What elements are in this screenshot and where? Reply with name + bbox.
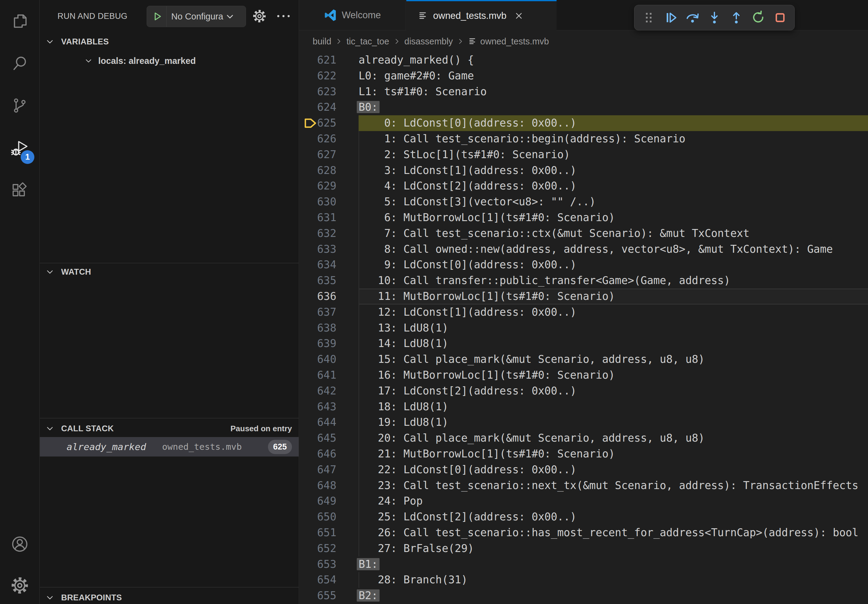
line-number[interactable]: 627 xyxy=(299,147,336,163)
line-number[interactable]: 645 xyxy=(299,431,336,446)
line-number[interactable]: 640 xyxy=(299,352,336,367)
line-number[interactable]: 646 xyxy=(299,446,336,462)
code-line[interactable]: 625 0: LdConst[0](address: 0x00..) xyxy=(299,115,868,131)
code-line[interactable]: 626 1: Call test_scenario::begin(address… xyxy=(299,131,868,147)
section-header-call-stack[interactable]: CALL STACK Paused on entry xyxy=(40,421,299,436)
code-line[interactable]: 636 11: MutBorrowLoc[1](ts#1#0: Scenario… xyxy=(299,289,868,304)
debug-stop-button[interactable] xyxy=(772,10,788,25)
code-line[interactable]: 650 25: LdConst[2](address: 0x00..) xyxy=(299,509,868,525)
line-number[interactable]: 654 xyxy=(299,572,336,588)
line-number[interactable]: 651 xyxy=(299,525,336,541)
variables-scope-locals[interactable]: locals: already_marked xyxy=(40,52,299,69)
line-number[interactable]: 652 xyxy=(299,541,336,556)
breadcrumb-item-disassembly[interactable]: disassembly xyxy=(405,37,453,46)
line-number[interactable]: 643 xyxy=(299,399,336,415)
line-number[interactable]: 644 xyxy=(299,415,336,431)
code-line[interactable]: 623L1: ts#1#0: Scenario xyxy=(299,84,868,100)
line-number[interactable]: 631 xyxy=(299,210,336,226)
sidebar-item-explorer[interactable] xyxy=(0,4,39,38)
code-line[interactable]: 646 21: MutBorrowLoc[1](ts#1#0: Scenario… xyxy=(299,446,868,462)
code-line[interactable]: 651 26: Call test_scenario::has_most_rec… xyxy=(299,525,868,541)
code-line[interactable]: 641 16: MutBorrowLoc[1](ts#1#0: Scenario… xyxy=(299,367,868,383)
sidebar-item-run-and-debug[interactable]: 1 xyxy=(0,132,39,166)
start-debug-play-icon[interactable] xyxy=(152,11,163,22)
code-line[interactable]: 644 19: LdU8(1) xyxy=(299,415,868,431)
code-line[interactable]: 639 14: LdU8(1) xyxy=(299,336,868,352)
debug-settings-gear-button[interactable] xyxy=(253,9,267,23)
code-line[interactable]: 642 17: LdConst[2](address: 0x00..) xyxy=(299,383,868,399)
sidebar-item-search[interactable] xyxy=(0,46,39,81)
code-line[interactable]: 632 7: Call test_scenario::ctx(&mut Scen… xyxy=(299,226,868,242)
code-line[interactable]: 643 18: LdU8(1) xyxy=(299,399,868,415)
code-line[interactable]: 647 22: LdConst[0](address: 0x00..) xyxy=(299,462,868,478)
line-number[interactable]: 634 xyxy=(299,257,336,273)
line-number[interactable]: 630 xyxy=(299,194,336,210)
code-line[interactable]: 654 28: Branch(31) xyxy=(299,572,868,588)
code-line[interactable]: 628 3: LdConst[1](address: 0x00..) xyxy=(299,163,868,178)
line-number[interactable]: 636 xyxy=(299,289,336,304)
code-line[interactable]: 631 6: MutBorrowLoc[1](ts#1#0: Scenario) xyxy=(299,210,868,226)
code-line[interactable]: 635 10: Call transfer::public_transfer<G… xyxy=(299,273,868,289)
debug-continue-button[interactable] xyxy=(663,10,678,25)
debug-step-into-button[interactable] xyxy=(707,10,722,25)
more-actions-button[interactable] xyxy=(276,12,290,20)
line-number[interactable]: 649 xyxy=(299,493,336,509)
line-number[interactable]: 639 xyxy=(299,336,336,352)
line-number[interactable]: 635 xyxy=(299,273,336,289)
breadcrumb-item-tic-tac-toe[interactable]: tic_tac_toe xyxy=(346,37,389,46)
code-line[interactable]: 634 9: LdConst[0](address: 0x00..) xyxy=(299,257,868,273)
debug-step-over-button[interactable] xyxy=(685,10,700,25)
line-number[interactable]: 628 xyxy=(299,163,336,178)
code-line[interactable]: 633 8: Call owned::new(address, address,… xyxy=(299,242,868,257)
code-line[interactable]: 630 5: LdConst[3](vector<u8>: "" /..) xyxy=(299,194,868,210)
code-line[interactable]: 629 4: LdConst[2](address: 0x00..) xyxy=(299,178,868,194)
code-line[interactable]: 655B2: xyxy=(299,588,868,604)
sidebar-item-source-control[interactable] xyxy=(0,88,39,122)
debug-restart-button[interactable] xyxy=(750,10,766,25)
line-number[interactable]: 624 xyxy=(299,99,336,115)
code-line[interactable]: 649 24: Pop xyxy=(299,493,868,509)
line-number[interactable]: 638 xyxy=(299,320,336,336)
line-number[interactable]: 648 xyxy=(299,478,336,494)
toolbar-drag-handle[interactable] xyxy=(641,10,656,25)
settings-button[interactable] xyxy=(0,568,39,602)
line-number[interactable]: 637 xyxy=(299,304,336,320)
sidebar-item-extensions[interactable] xyxy=(0,173,39,207)
call-stack-frame[interactable]: already_marked owned_tests.mvb 625 xyxy=(40,437,299,457)
code-editor[interactable]: 621already_marked() {622L0: game#2#0: Ga… xyxy=(299,52,868,604)
line-number[interactable]: 629 xyxy=(299,178,336,194)
breadcrumb-item-file[interactable]: owned_tests.mvb xyxy=(480,37,549,46)
line-number[interactable]: 641 xyxy=(299,367,336,383)
breadcrumb-item-build[interactable]: build xyxy=(313,37,331,46)
section-header-variables[interactable]: VARIABLES xyxy=(40,34,299,49)
code-line[interactable]: 645 20: Call place_mark(&mut Scenario, a… xyxy=(299,431,868,446)
line-number[interactable]: 626 xyxy=(299,131,336,147)
line-number[interactable]: 632 xyxy=(299,226,336,242)
line-number[interactable]: 655 xyxy=(299,588,336,604)
line-number[interactable]: 621 xyxy=(299,52,336,68)
line-number[interactable]: 622 xyxy=(299,68,336,84)
code-line[interactable]: 640 15: Call place_mark(&mut Scenario, a… xyxy=(299,352,868,367)
section-header-breakpoints[interactable]: BREAKPOINTS xyxy=(40,590,299,604)
line-number[interactable]: 653 xyxy=(299,556,336,572)
account-button[interactable] xyxy=(0,527,39,561)
debug-step-out-button[interactable] xyxy=(729,10,744,25)
close-icon[interactable] xyxy=(514,11,524,20)
section-header-watch[interactable]: WATCH xyxy=(40,265,299,279)
code-line[interactable]: 624B0: xyxy=(299,99,868,115)
code-line[interactable]: 652 27: BrFalse(29) xyxy=(299,541,868,556)
code-line[interactable]: 638 13: LdU8(1) xyxy=(299,320,868,336)
code-line[interactable]: 622L0: game#2#0: Game xyxy=(299,68,868,84)
tab-owned-tests[interactable]: owned_tests.mvb xyxy=(406,0,556,30)
debug-config-dropdown[interactable]: No Configura xyxy=(147,6,246,27)
code-line[interactable]: 648 23: Call test_scenario::next_tx(&mut… xyxy=(299,478,868,494)
tab-welcome[interactable]: Welcome xyxy=(299,0,406,30)
code-line[interactable]: 627 2: StLoc[1](ts#1#0: Scenario) xyxy=(299,147,868,163)
code-line[interactable]: 637 12: LdConst[1](address: 0x00..) xyxy=(299,304,868,320)
line-number[interactable]: 647 xyxy=(299,462,336,478)
line-number[interactable]: 650 xyxy=(299,509,336,525)
code-line[interactable]: 653B1: xyxy=(299,556,868,572)
code-line[interactable]: 621already_marked() { xyxy=(299,52,868,68)
line-number[interactable]: 642 xyxy=(299,383,336,399)
line-number[interactable]: 633 xyxy=(299,242,336,257)
